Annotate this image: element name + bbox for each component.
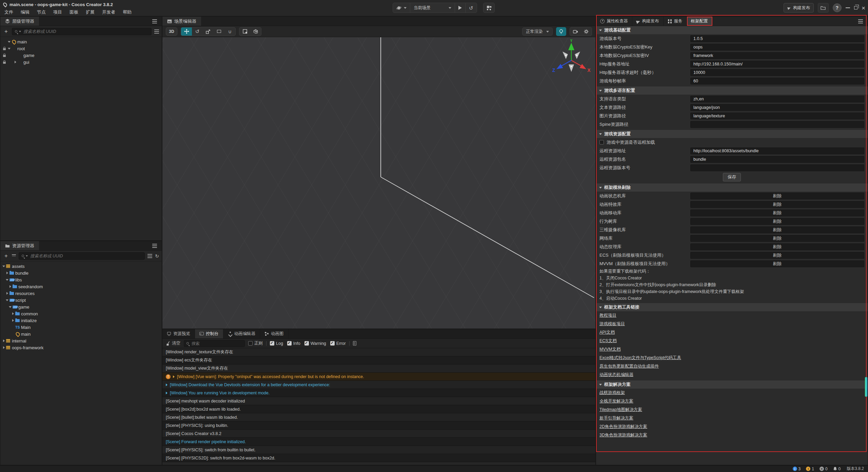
- expand-chevron-icon[interactable]: [5, 271, 9, 275]
- log-row[interactable]: ! [Window] model_view文件夹存在: [162, 365, 595, 373]
- field-input[interactable]: http://192.168.0.150/main/: [690, 61, 864, 67]
- section-header-resource-config[interactable]: 游戏资源配置: [596, 130, 868, 138]
- status-info[interactable]: i 3: [793, 467, 801, 471]
- log-filter-checkbox[interactable]: Error: [330, 341, 346, 346]
- expand-chevron-icon[interactable]: [5, 298, 9, 302]
- inspector-scrollbar-thumb[interactable]: [865, 377, 867, 397]
- panel-menu-icon[interactable]: [858, 21, 863, 22]
- tree-node[interactable]: main: [0, 38, 162, 45]
- solution-link[interactable]: 3D角色扮演游戏解决方案: [599, 432, 647, 438]
- create-node-button[interactable]: +: [3, 28, 9, 35]
- rect-tool-button[interactable]: [214, 27, 224, 36]
- lighting-toggle-button[interactable]: [556, 27, 566, 36]
- expand-chevron-icon[interactable]: [173, 375, 175, 378]
- tab-framework-config[interactable]: 框架配置: [687, 17, 712, 26]
- doc-link[interactable]: 原生包热更新配置自动生成插件: [599, 363, 659, 369]
- expand-chevron-icon[interactable]: [13, 53, 18, 58]
- tree-node[interactable]: game: [0, 303, 162, 310]
- field-input[interactable]: [690, 164, 864, 171]
- log-file-icon[interactable]: [353, 341, 356, 346]
- tree-node[interactable]: oops-framework: [0, 344, 162, 351]
- build-publish-button[interactable]: 构建发布: [784, 3, 814, 13]
- doc-link[interactable]: API文档: [599, 330, 615, 335]
- section-header-solutions[interactable]: 框架解决方案: [596, 380, 868, 389]
- field-input[interactable]: bundle: [690, 156, 864, 163]
- section-header-module-trim[interactable]: 框架模块剔除: [596, 183, 868, 192]
- doc-link[interactable]: 动画状态机编辑器: [599, 372, 633, 378]
- scene-select-dropdown[interactable]: 当前场景: [410, 3, 455, 13]
- console-search[interactable]: [184, 340, 245, 347]
- section-header-doc-links[interactable]: 框架文档工具链接: [596, 303, 868, 311]
- clear-console-button[interactable]: 清空: [166, 340, 180, 346]
- doc-link[interactable]: ECS文档: [599, 338, 617, 344]
- regex-checkbox[interactable]: 正则: [248, 340, 263, 346]
- scene-settings-button[interactable]: [581, 27, 592, 36]
- expand-chevron-icon[interactable]: [11, 325, 15, 330]
- field-input[interactable]: language/texture: [690, 113, 864, 119]
- tree-node[interactable]: Main: [0, 324, 162, 331]
- log-row[interactable]: ! [Window] ecs文件夹存在: [162, 356, 595, 365]
- menu-item[interactable]: 扩展: [82, 9, 98, 15]
- log-row[interactable]: ! [Scene] Forward render pipeline initia…: [162, 438, 595, 446]
- remove-module-button[interactable]: 剔除: [690, 243, 864, 250]
- menu-item[interactable]: 开发者: [98, 9, 119, 15]
- play-button[interactable]: [455, 3, 466, 13]
- field-input[interactable]: 10000: [690, 69, 864, 76]
- create-asset-button[interactable]: +: [3, 253, 9, 259]
- panel-menu-icon[interactable]: [152, 21, 157, 22]
- expand-chevron-icon[interactable]: [5, 277, 9, 282]
- expand-chevron-icon[interactable]: [8, 304, 13, 309]
- move-tool-button[interactable]: [181, 27, 192, 36]
- panel-menu-icon[interactable]: [152, 245, 157, 246]
- solution-link[interactable]: 全栈开发解决方案: [599, 398, 633, 404]
- log-row[interactable]: ! [Scene] meshopt wasm decoder initializ…: [162, 397, 595, 405]
- refresh-icon[interactable]: ↻: [155, 254, 159, 258]
- scene-viewport[interactable]: Y X Z: [162, 37, 595, 329]
- field-input[interactable]: language/json: [690, 104, 864, 111]
- tab-hierarchy[interactable]: 层级管理器: [0, 17, 39, 26]
- console-tab[interactable]: 控制台: [195, 329, 223, 338]
- field-input[interactable]: 60: [690, 78, 864, 84]
- render-mode-select[interactable]: 正常渲染: [522, 27, 553, 36]
- menu-item[interactable]: 项目: [50, 9, 66, 15]
- field-input[interactable]: zh,en: [690, 96, 864, 102]
- expand-chevron-icon[interactable]: [7, 39, 12, 44]
- menu-item[interactable]: 文件: [1, 9, 17, 15]
- rotate-tool-button[interactable]: ↺: [192, 27, 203, 36]
- hierarchy-search-input[interactable]: [23, 29, 149, 34]
- remove-module-button[interactable]: 剔除: [690, 201, 864, 208]
- expand-chevron-icon[interactable]: [13, 60, 18, 64]
- log-row[interactable]: ! [Window] render_texture文件夹存在: [162, 348, 595, 356]
- tab-scene-editor[interactable]: 场景编辑器: [162, 17, 201, 26]
- log-row[interactable]: ! [Window] [Vue warn]: Property "onInput…: [162, 373, 595, 381]
- checkbox-unchecked-icon[interactable]: [599, 140, 604, 144]
- save-button[interactable]: 保存: [723, 173, 741, 181]
- field-input[interactable]: [690, 121, 864, 128]
- orientation-gizmo[interactable]: Y X Z: [551, 39, 592, 80]
- doc-link[interactable]: MVVM文档: [599, 347, 621, 352]
- tree-node[interactable]: root: [0, 45, 162, 52]
- status-notifications[interactable]: 0: [833, 467, 841, 471]
- expand-chevron-icon[interactable]: [5, 291, 9, 296]
- log-filter-checkbox[interactable]: Info: [287, 341, 300, 346]
- tree-node[interactable]: libs: [0, 276, 162, 283]
- remove-module-button[interactable]: 剔除: [690, 227, 864, 233]
- log-filter-checkbox[interactable]: Warning: [304, 341, 326, 346]
- log-row[interactable]: ! [Scene] [PHYSICS2D]: switch from box2d…: [162, 454, 595, 462]
- console-tab[interactable]: 动画图: [260, 329, 289, 338]
- menu-item[interactable]: 帮助: [119, 9, 135, 15]
- remove-module-button[interactable]: 剔除: [690, 235, 864, 242]
- field-input[interactable]: oops: [690, 44, 864, 51]
- expand-chevron-icon[interactable]: [166, 383, 167, 386]
- tree-node[interactable]: internal: [0, 337, 162, 344]
- tab-assets[interactable]: 资源管理器: [0, 241, 39, 250]
- expand-chevron-icon[interactable]: [2, 345, 6, 350]
- solution-link[interactable]: Tiledmap地图解决方案: [599, 407, 642, 413]
- remove-module-button[interactable]: 剔除: [690, 218, 864, 225]
- console-tab[interactable]: 资源预览: [162, 329, 195, 338]
- field-input[interactable]: 1.0.5: [690, 35, 864, 42]
- expand-chevron-icon[interactable]: [8, 284, 13, 289]
- log-row[interactable]: ! [Scene] [PHYSICS]: switch from builtin…: [162, 446, 595, 454]
- solution-link[interactable]: 战棋游戏框架: [599, 390, 625, 396]
- close-button[interactable]: ×: [862, 5, 865, 11]
